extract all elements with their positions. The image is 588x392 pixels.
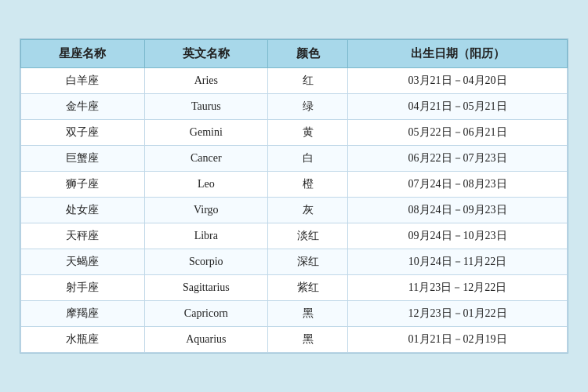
cell-english: Capricorn <box>144 301 268 327</box>
cell-chinese: 金牛座 <box>21 94 145 120</box>
cell-date: 01月21日－02月19日 <box>348 327 568 353</box>
cell-chinese: 水瓶座 <box>21 327 145 353</box>
cell-chinese: 摩羯座 <box>21 301 145 327</box>
cell-english: Scorpio <box>144 249 268 275</box>
cell-english: Cancer <box>144 146 268 172</box>
table-row: 白羊座Aries红03月21日－04月20日 <box>21 68 568 94</box>
zodiac-table: 星座名称 英文名称 颜色 出生日期（阳历） 白羊座Aries红03月21日－04… <box>20 39 568 353</box>
cell-color: 黄 <box>268 120 348 146</box>
table-row: 金牛座Taurus绿04月21日－05月21日 <box>21 94 568 120</box>
cell-color: 黑 <box>268 301 348 327</box>
cell-color: 橙 <box>268 172 348 198</box>
cell-color: 深红 <box>268 249 348 275</box>
cell-chinese: 射手座 <box>21 275 145 301</box>
cell-color: 黑 <box>268 327 348 353</box>
zodiac-table-container: 星座名称 英文名称 颜色 出生日期（阳历） 白羊座Aries红03月21日－04… <box>20 38 568 354</box>
table-body: 白羊座Aries红03月21日－04月20日金牛座Taurus绿04月21日－0… <box>21 68 568 353</box>
cell-date: 03月21日－04月20日 <box>348 68 568 94</box>
cell-color: 白 <box>268 146 348 172</box>
table-row: 巨蟹座Cancer白06月22日－07月23日 <box>21 146 568 172</box>
cell-date: 04月21日－05月21日 <box>348 94 568 120</box>
cell-english: Taurus <box>144 94 268 120</box>
table-row: 水瓶座Aquarius黑01月21日－02月19日 <box>21 327 568 353</box>
cell-date: 12月23日－01月22日 <box>348 301 568 327</box>
cell-chinese: 巨蟹座 <box>21 146 145 172</box>
cell-color: 淡红 <box>268 223 348 249</box>
cell-english: Aries <box>144 68 268 94</box>
table-row: 射手座Sagittarius紫红11月23日－12月22日 <box>21 275 568 301</box>
cell-date: 05月22日－06月21日 <box>348 120 568 146</box>
table-row: 处女座Virgo灰08月24日－09月23日 <box>21 198 568 223</box>
cell-date: 07月24日－08月23日 <box>348 172 568 198</box>
cell-english: Aquarius <box>144 327 268 353</box>
cell-date: 11月23日－12月22日 <box>348 275 568 301</box>
cell-color: 灰 <box>268 198 348 223</box>
cell-color: 红 <box>268 68 348 94</box>
cell-chinese: 处女座 <box>21 198 145 223</box>
cell-english: Leo <box>144 172 268 198</box>
cell-date: 08月24日－09月23日 <box>348 198 568 223</box>
cell-english: Gemini <box>144 120 268 146</box>
table-row: 双子座Gemini黄05月22日－06月21日 <box>21 120 568 146</box>
col-header-chinese: 星座名称 <box>21 40 145 68</box>
cell-chinese: 双子座 <box>21 120 145 146</box>
table-header-row: 星座名称 英文名称 颜色 出生日期（阳历） <box>21 40 568 68</box>
col-header-color: 颜色 <box>268 40 348 68</box>
cell-color: 紫红 <box>268 275 348 301</box>
table-row: 摩羯座Capricorn黑12月23日－01月22日 <box>21 301 568 327</box>
cell-date: 09月24日－10月23日 <box>348 223 568 249</box>
cell-chinese: 天蝎座 <box>21 249 145 275</box>
cell-color: 绿 <box>268 94 348 120</box>
cell-chinese: 天秤座 <box>21 223 145 249</box>
col-header-english: 英文名称 <box>144 40 268 68</box>
cell-date: 10月24日－11月22日 <box>348 249 568 275</box>
cell-english: Sagittarius <box>144 275 268 301</box>
table-row: 狮子座Leo橙07月24日－08月23日 <box>21 172 568 198</box>
cell-chinese: 白羊座 <box>21 68 145 94</box>
cell-english: Libra <box>144 223 268 249</box>
table-row: 天蝎座Scorpio深红10月24日－11月22日 <box>21 249 568 275</box>
cell-chinese: 狮子座 <box>21 172 145 198</box>
col-header-date: 出生日期（阳历） <box>348 40 568 68</box>
cell-english: Virgo <box>144 198 268 223</box>
table-row: 天秤座Libra淡红09月24日－10月23日 <box>21 223 568 249</box>
cell-date: 06月22日－07月23日 <box>348 146 568 172</box>
